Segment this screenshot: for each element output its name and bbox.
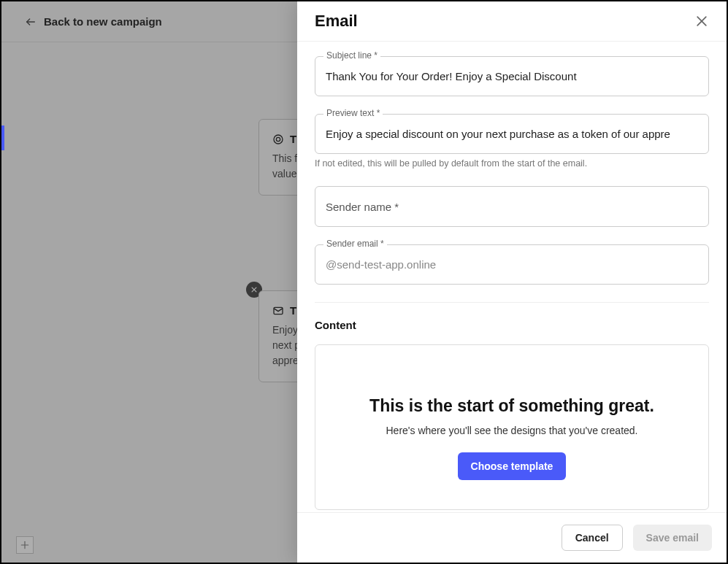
cancel-button[interactable]: Cancel [562,525,623,551]
content-headline: This is the start of something great. [337,396,686,416]
subject-field-wrap: Subject line * [315,56,709,96]
preview-helper: If not edited, this will be pulled by de… [315,158,709,169]
preview-label: Preview text * [323,108,383,118]
left-accent-bar [1,125,4,150]
sender-email-input[interactable] [315,244,709,285]
preview-input[interactable] [315,114,709,154]
content-empty-state: This is the start of something great. He… [315,344,709,510]
close-button[interactable] [694,14,709,28]
drawer-title: Email [315,12,358,31]
content-section-label: Content [315,319,709,331]
preview-field-wrap: Preview text * [315,114,709,154]
email-drawer: Email Subject line * Preview text * If n… [297,1,727,563]
section-divider [315,302,709,303]
close-icon [694,14,709,28]
subject-input[interactable] [315,56,709,96]
drawer-footer: Cancel Save email [297,512,727,563]
content-subtext: Here's where you'll see the designs that… [337,425,686,436]
sender-name-label: Sender name * [326,201,399,213]
save-email-button[interactable]: Save email [633,525,712,551]
sender-email-label: Sender email * [323,239,387,249]
drawer-header: Email [297,1,727,42]
drawer-body: Subject line * Preview text * If not edi… [297,42,727,512]
sender-name-field-wrap: Sender name * [315,186,709,227]
sender-name-input[interactable]: Sender name * [315,186,709,227]
sender-email-field-wrap: Sender email * [315,244,709,285]
choose-template-button[interactable]: Choose template [458,452,567,480]
subject-label: Subject line * [323,50,380,61]
